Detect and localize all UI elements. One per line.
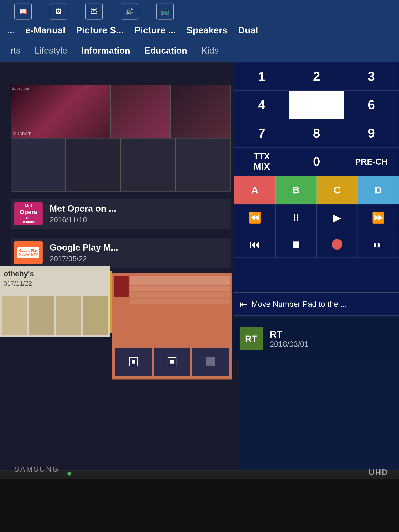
num-key-2[interactable]: 2 [289, 62, 344, 91]
category-item-lifestyle[interactable]: Lifestyle [35, 45, 67, 56]
thumb-opera-2[interactable] [110, 85, 171, 138]
rt-date: 2018/03/01 [270, 340, 393, 349]
emanual-icon-box[interactable]: 📖 [14, 4, 32, 19]
tv-stand [0, 479, 399, 532]
color-key-b[interactable]: B [275, 176, 317, 204]
thumb-bottom-2[interactable] [66, 138, 120, 191]
bottom-content-panel [112, 273, 232, 380]
emanual-label[interactable]: e-Manual [25, 25, 65, 35]
num-key-0[interactable]: 0 [289, 147, 344, 176]
num-key-5[interactable] [289, 91, 344, 119]
rt-info: RT 2018/03/01 [270, 329, 393, 349]
thumbnails-area: Macbeth Subscribe [11, 85, 231, 191]
dual-icon: 📺 [161, 8, 169, 15]
content-area: Macbeth Subscribe [0, 62, 239, 470]
record-dot-icon [332, 239, 342, 250]
picture-s-label[interactable]: Picture S... [76, 25, 124, 35]
category-item-information[interactable]: Information [81, 45, 130, 56]
rt-card[interactable]: RT RT 2018/03/01 [234, 319, 399, 358]
rewind-button[interactable]: ⏪ [234, 204, 275, 231]
move-hint-text: Move Number Pad to the ... [252, 300, 347, 309]
num-key-4[interactable]: 4 [234, 91, 289, 119]
met-logo-text: Met [25, 203, 32, 208]
color-keys-row: A B C D [234, 176, 399, 204]
playback-controls-row1: ⏪ ⏸ ▶ ⏩ [234, 204, 399, 231]
pause-button[interactable]: ⏸ [275, 204, 317, 231]
google-play-logo: Google PlayMovies & TV [14, 241, 43, 264]
numpad-overlay: 1 2 3 4 6 7 8 9 TTXMIX 0 PRE-CH A B C D [234, 62, 399, 293]
rt-title: RT [270, 329, 393, 340]
uhd-badge: UHD [368, 468, 388, 477]
next-track-button[interactable]: ⏭ [358, 231, 399, 258]
speakers-icon: 🔊 [126, 8, 133, 15]
color-key-d[interactable]: D [358, 176, 399, 204]
thumb-bottom-3[interactable] [120, 138, 176, 191]
accent-bar [110, 271, 112, 333]
num-key-3[interactable]: 3 [344, 62, 399, 91]
num-key-9[interactable]: 9 [344, 119, 399, 147]
thumb-opera-3[interactable] [171, 85, 231, 138]
google-play-date: 2017/05/22 [50, 254, 227, 263]
top-menu-icon-row: 📖 🖼 🖼 🔊 📺 [0, 0, 399, 21]
thumb-bottom-1[interactable] [11, 138, 66, 191]
move-numpad-hint[interactable]: ⇤ Move Number Pad to the ... [234, 293, 399, 316]
num-key-prech[interactable]: PRE-CH [344, 147, 399, 176]
speakers-label[interactable]: Speakers [187, 25, 228, 35]
google-play-card[interactable]: Google PlayMovies & TV Google Play M... … [11, 238, 231, 268]
met-logo-on: on [26, 216, 31, 220]
picture-s-icon: 🖼 [55, 8, 62, 15]
emanual-icon: 📖 [19, 8, 27, 15]
prev-track-button[interactable]: ⏮ [234, 231, 275, 258]
thumb-opera-main[interactable]: Macbeth Subscribe [11, 85, 110, 138]
category-item-partial[interactable]: rts [11, 45, 21, 56]
move-left-icon: ⇤ [240, 298, 248, 310]
playback-controls-row2: ⏮ ⏹ ⏭ [234, 231, 399, 258]
dual-icon-box[interactable]: 📺 [156, 4, 174, 19]
num-key-6[interactable]: 6 [344, 91, 399, 119]
dual-label[interactable]: Dual [238, 25, 258, 35]
menu-partial-label: ... [7, 25, 15, 35]
num-key-8[interactable]: 8 [289, 119, 344, 147]
top-menu-bar: 📖 🖼 🖼 🔊 📺 ... e-Manual Picture S... Pict… [0, 0, 399, 39]
met-opera-date: 2016/11/10 [50, 215, 227, 224]
rt-logo: RT [240, 327, 263, 350]
met-opera-title: Met Opera on ... [50, 203, 227, 214]
category-item-kids[interactable]: Kids [202, 45, 219, 56]
met-opera-logo: Met Opera on Demand [14, 202, 43, 225]
tv-screen: 📖 🖼 🖼 🔊 📺 ... e-Manual Picture S... Pict… [0, 0, 399, 479]
content-cards-area: Met Opera on Demand Met Opera on ... 201… [11, 199, 231, 277]
google-play-info: Google Play M... 2017/05/22 [50, 242, 227, 263]
category-item-education[interactable]: Education [144, 45, 187, 56]
met-opera-info: Met Opera on ... 2016/11/10 [50, 203, 227, 224]
num-key-ttx[interactable]: TTXMIX [234, 147, 289, 176]
fast-forward-button[interactable]: ⏩ [358, 204, 399, 231]
met-logo-demand: Demand [21, 220, 35, 224]
stop-button[interactable]: ⏹ [275, 231, 317, 258]
thumb-bottom-4[interactable] [176, 138, 231, 191]
picture-s-icon-box[interactable]: 🖼 [50, 4, 67, 19]
record-button[interactable] [317, 231, 358, 258]
met-opera-card[interactable]: Met Opera on Demand Met Opera on ... 201… [11, 199, 231, 229]
samsung-brand-text: SAMSUNG [14, 465, 59, 474]
category-nav-bar: rts Lifestyle Information Education Kids [0, 39, 399, 62]
play-button[interactable]: ▶ [317, 204, 358, 231]
color-key-a[interactable]: A [234, 176, 275, 204]
google-play-title: Google Play M... [50, 242, 227, 253]
sothebys-label: otheby's [4, 270, 106, 278]
met-logo-opera: Opera [20, 208, 37, 216]
gplay-logo-text: Google PlayMovies & TV [19, 249, 38, 256]
picture-label[interactable]: Picture ... [134, 25, 176, 35]
power-indicator-dot [67, 472, 71, 476]
picture-icon-box[interactable]: 🖼 [85, 4, 103, 19]
num-key-1[interactable]: 1 [234, 62, 289, 91]
numpad-grid: 1 2 3 4 6 7 8 9 TTXMIX 0 PRE-CH [234, 62, 399, 176]
sothebys-panel: otheby's 017/11/22 [0, 266, 110, 337]
picture-icon: 🖼 [91, 8, 97, 15]
color-key-c[interactable]: C [317, 176, 358, 204]
speakers-icon-box[interactable]: 🔊 [120, 4, 138, 19]
sothebys-date: 017/11/22 [4, 280, 106, 287]
num-key-7[interactable]: 7 [234, 119, 289, 147]
